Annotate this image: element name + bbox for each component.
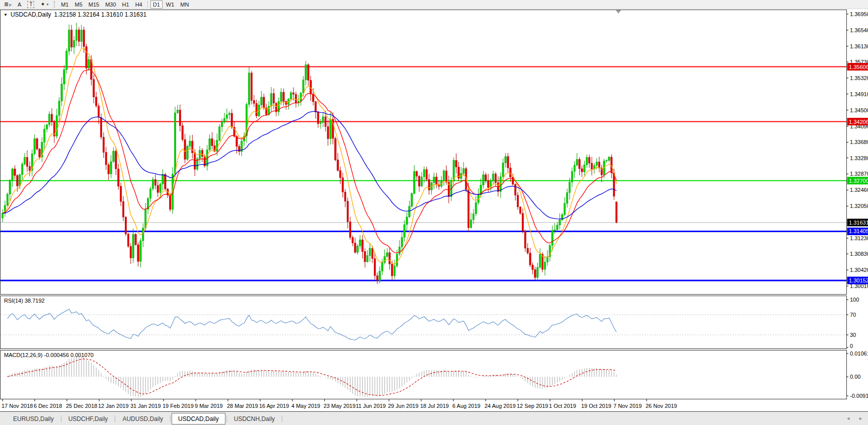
macd-axis-label: 0.010615 (850, 350, 868, 357)
timeframe-button-W1[interactable]: W1 (164, 1, 177, 9)
candle-body (399, 247, 400, 254)
timeframe-button-M30[interactable]: M30 (103, 1, 118, 9)
candle-body (472, 214, 474, 220)
candle-body (615, 202, 617, 223)
timeframe-button-M5[interactable]: M5 (72, 1, 85, 9)
tab-eurusd[interactable]: EURUSD,Daily (7, 413, 60, 424)
candle-body (236, 136, 238, 147)
date-axis-label: 7 Nov 2019 (613, 403, 642, 409)
candle-body (261, 97, 262, 105)
candle-body (273, 94, 274, 103)
candle-body (352, 237, 353, 243)
indicators-list-icon[interactable]: ≣F (2, 1, 14, 9)
candle-body (56, 115, 57, 136)
arrow-tool-icon[interactable]: ✦▾ (38, 1, 51, 9)
candle-body (566, 193, 568, 203)
toolbar-grip[interactable] (54, 1, 55, 8)
candle-body (539, 254, 541, 267)
candle-body (103, 137, 104, 152)
candle-body (44, 129, 45, 142)
price-axis-tick-label: 1.36130 (850, 43, 868, 49)
candle-body (515, 184, 516, 195)
candle-body (426, 170, 427, 179)
candle-body (522, 214, 523, 231)
candle-body (586, 158, 588, 165)
candle-body (579, 159, 580, 169)
tab-usdcad[interactable]: USDCAD,Daily (172, 413, 225, 424)
candle-body (551, 230, 553, 245)
font-tool-icon[interactable]: A (15, 1, 24, 9)
candle-body (423, 170, 425, 177)
candle-body (344, 192, 346, 201)
price-tag-label: 1.30152 (849, 277, 868, 284)
candle-body (73, 40, 74, 47)
candle-body (421, 177, 422, 186)
tab-usdcnh[interactable]: USDCNH,Daily (228, 413, 281, 424)
timeframe-button-M15[interactable]: M15 (86, 1, 102, 9)
tab-audusd[interactable]: AUDUSD,Daily (116, 413, 169, 424)
timeframe-button-MN[interactable]: MN (178, 1, 191, 9)
candle-body (569, 182, 570, 193)
candle-body (113, 151, 114, 162)
collapse-triangle-icon[interactable]: ▼ (4, 13, 8, 17)
candle-body (443, 171, 444, 180)
timeframe-button-H4[interactable]: H4 (133, 1, 145, 9)
candle-body (2, 214, 3, 218)
candle-body (384, 256, 385, 262)
candle-body (364, 252, 366, 262)
candle-body (179, 110, 181, 125)
candle-body (98, 106, 99, 117)
timeframe-button-H1[interactable]: H1 (120, 1, 132, 9)
candle-body (519, 207, 521, 214)
chart-canvas[interactable]: 1.369501.365401.361301.357301.353201.349… (0, 0, 868, 425)
candle-body (492, 174, 494, 181)
candle-body (507, 157, 509, 168)
candle-body (391, 264, 393, 276)
candle-body (537, 267, 538, 277)
candle-body (152, 180, 153, 189)
arrow-sparkle-glyph: ✦ (40, 1, 45, 8)
application-window: 1.369501.365401.361301.357301.353201.349… (0, 0, 868, 425)
chart-symbol-period: USDCAD,Daily (11, 11, 51, 18)
price-tag-label: 1.35606 (849, 64, 868, 70)
candle-body (488, 181, 489, 188)
timeframe-button-D1[interactable]: D1 (150, 1, 163, 9)
candle-body (137, 245, 139, 261)
candle-body (401, 237, 403, 247)
candle-body (216, 140, 218, 152)
candle-body (470, 220, 471, 228)
timeframe-button-M1[interactable]: M1 (58, 1, 71, 9)
price-axis-tick-label: 1.32460 (850, 187, 868, 193)
text-label-tool-icon[interactable]: T (25, 1, 37, 9)
tab-scroll-left[interactable]: ◄ (846, 416, 850, 421)
candle-body (608, 157, 610, 161)
candle-body (584, 165, 585, 172)
candle-body (270, 94, 272, 106)
candle-body (81, 30, 82, 41)
candle-body (327, 126, 329, 138)
tab-usdchf[interactable]: USDCHF,Daily (62, 413, 114, 424)
tab-scroll-right[interactable]: ► (858, 416, 863, 421)
candle-body (302, 80, 304, 93)
price-axis-tick-label: 1.34910 (850, 91, 868, 97)
price-axis-tick-label: 1.36950 (850, 11, 868, 17)
main-chart-panel (1, 10, 847, 295)
price-tag-label: 1.32700 (849, 178, 868, 184)
candle-body (108, 165, 109, 174)
candle-body (61, 84, 62, 101)
tab-separator (115, 415, 115, 422)
candle-body (436, 177, 437, 185)
candle-body (485, 175, 487, 181)
price-axis-tick-label: 1.35320 (850, 75, 868, 81)
chevron-down-icon: ▾ (47, 3, 49, 7)
candle-body (330, 119, 331, 139)
candle-body (445, 171, 447, 182)
date-axis-label: 6 Dec 2018 (34, 403, 62, 409)
candle-body (589, 158, 590, 163)
candle-body (127, 234, 129, 246)
candle-body (505, 157, 506, 163)
candle-body (118, 169, 119, 186)
candle-body (379, 271, 380, 280)
date-axis-label: 29 Jun 2019 (388, 403, 419, 409)
candle-body (75, 30, 77, 40)
